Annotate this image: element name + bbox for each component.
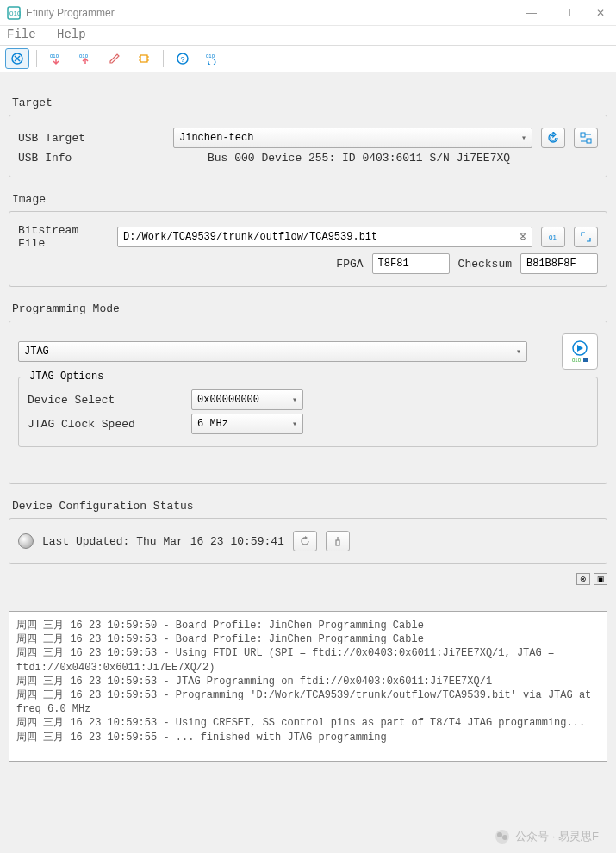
- status-panel: Last Updated: Thu Mar 16 23 10:59:41: [9, 518, 607, 564]
- status-section-label: Device Configuration Status: [12, 500, 607, 513]
- jtag-options-title: JTAG Options: [26, 370, 107, 383]
- configure-icon: [580, 132, 592, 144]
- svg-text:010: 010: [9, 9, 21, 17]
- chip-small-icon: 010: [571, 357, 588, 364]
- log-expand-button[interactable]: ▣: [594, 573, 607, 585]
- expand-icon: [580, 231, 592, 243]
- device-select-label: Device Select: [28, 394, 183, 407]
- cancel-tool-button[interactable]: [5, 48, 29, 69]
- configure-target-button[interactable]: [574, 128, 598, 148]
- clear-bitstream-icon[interactable]: ⊗: [519, 230, 527, 242]
- refresh-bits-button[interactable]: 010: [200, 48, 224, 69]
- menu-file[interactable]: File: [7, 28, 36, 41]
- toolbar: 010 010 ? 010: [0, 45, 616, 72]
- watermark: 公众号 · 易灵思F: [495, 829, 599, 844]
- svg-marker-21: [577, 345, 583, 352]
- import-tool-button[interactable]: 010: [44, 48, 68, 69]
- svg-point-29: [502, 835, 507, 840]
- usb-target-label: USB Target: [18, 132, 165, 145]
- pencil-icon: [108, 52, 121, 65]
- export-icon: 010: [78, 52, 92, 65]
- content-area: Target USB Target Jinchen-tech USB Info …: [0, 72, 616, 853]
- progmode-panel: JTAG 010 JTAG Options Device Select 0x00…: [9, 321, 607, 484]
- wechat-icon: [495, 829, 510, 844]
- jtag-clock-label: JTAG Clock Speed: [28, 418, 183, 431]
- image-section-label: Image: [12, 193, 607, 206]
- app-logo-icon: 010: [7, 6, 21, 20]
- svg-rect-26: [336, 540, 339, 545]
- svg-rect-23: [583, 358, 588, 362]
- status-text: Last Updated: Thu Mar 16 23 10:59:41: [42, 535, 284, 548]
- fpga-label: FPGA: [336, 258, 363, 271]
- probe-icon: [333, 536, 343, 546]
- bitstream-label: Bitstream File: [18, 224, 109, 250]
- chip-tool-button[interactable]: [132, 48, 156, 69]
- usb-info-value: Bus 000 Device 255: ID 0403:6011 S/N Ji7…: [208, 152, 510, 165]
- maximize-button[interactable]: ☐: [557, 7, 575, 19]
- browse-bitstream-button[interactable]: 01: [541, 227, 565, 247]
- svg-point-28: [497, 832, 502, 837]
- usb-info-label: USB Info: [18, 152, 165, 165]
- checksum-input[interactable]: [520, 253, 598, 274]
- refresh-icon: [547, 132, 559, 144]
- status-indicator-icon: [18, 533, 34, 549]
- svg-text:010: 010: [206, 53, 215, 59]
- titlebar: 010 Efinity Programmer — ☐ ✕: [0, 0, 616, 26]
- svg-text:?: ?: [181, 55, 185, 64]
- svg-text:010: 010: [572, 358, 582, 363]
- refresh-status-button[interactable]: [293, 531, 317, 551]
- chip-icon: [137, 52, 151, 65]
- close-button[interactable]: ✕: [592, 7, 609, 19]
- svg-rect-7: [140, 55, 147, 62]
- svg-text:010: 010: [79, 53, 89, 59]
- program-start-button[interactable]: 010: [562, 333, 598, 370]
- svg-text:01: 01: [549, 233, 557, 241]
- log-clear-button[interactable]: ⊗: [576, 573, 590, 585]
- minimize-button[interactable]: —: [523, 7, 540, 19]
- log-tools: ⊗ ▣: [9, 573, 607, 585]
- jtag-clock-dropdown[interactable]: 6 MHz: [191, 414, 303, 434]
- import-icon: 010: [49, 52, 63, 65]
- window-title: Efinity Programmer: [26, 7, 523, 19]
- probe-status-button[interactable]: [326, 531, 350, 551]
- refresh-bits-icon: 010: [205, 52, 219, 65]
- target-section-label: Target: [12, 97, 607, 109]
- expand-bitstream-button[interactable]: [574, 227, 598, 247]
- svg-marker-24: [305, 536, 308, 539]
- bits-icon: 01: [547, 231, 559, 243]
- log-output: 周四 三月 16 23 10:59:50 - Board Profile: Ji…: [9, 611, 607, 762]
- refresh-target-button[interactable]: [541, 128, 565, 148]
- image-panel: Bitstream File ⊗ 01 FPGA Checksum: [9, 211, 607, 287]
- bitstream-input[interactable]: [117, 227, 532, 247]
- svg-rect-15: [581, 133, 585, 137]
- svg-rect-16: [587, 139, 591, 143]
- device-select-dropdown[interactable]: 0x00000000: [191, 389, 303, 410]
- menubar: File Help: [0, 26, 616, 45]
- progmode-section-label: Programming Mode: [12, 302, 607, 315]
- edit-tool-button[interactable]: [103, 48, 127, 69]
- jtag-options-group: JTAG Options Device Select 0x00000000 JT…: [18, 377, 598, 447]
- cancel-icon: [11, 53, 23, 65]
- menu-help[interactable]: Help: [57, 28, 86, 41]
- play-icon: [571, 339, 588, 357]
- fpga-input[interactable]: [372, 253, 450, 274]
- target-panel: USB Target Jinchen-tech USB Info Bus 000…: [9, 115, 607, 177]
- progmode-select[interactable]: JTAG: [18, 341, 527, 362]
- help-tool-button[interactable]: ?: [171, 48, 195, 69]
- usb-target-select[interactable]: Jinchen-tech: [173, 128, 532, 148]
- svg-text:010: 010: [50, 53, 59, 59]
- refresh-icon: [300, 536, 310, 546]
- checksum-label: Checksum: [458, 258, 512, 271]
- export-tool-button[interactable]: 010: [73, 48, 97, 69]
- help-icon: ?: [177, 53, 189, 65]
